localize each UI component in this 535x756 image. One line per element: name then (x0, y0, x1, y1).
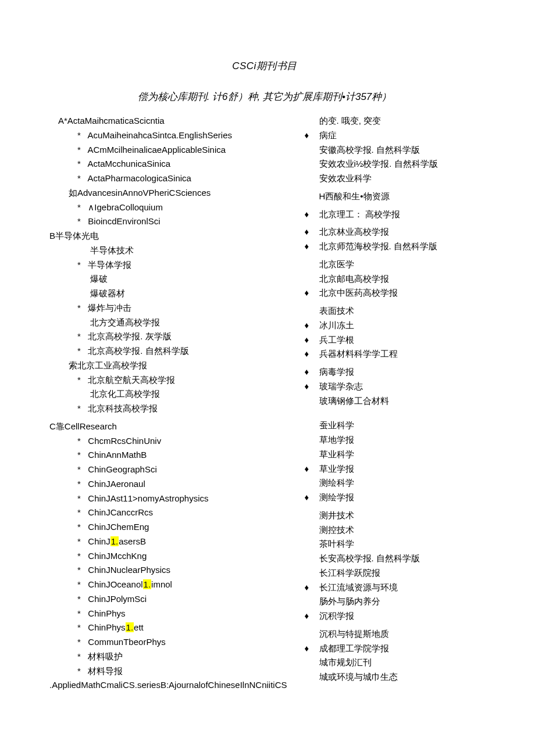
list-item: ♦病症 (305, 128, 480, 143)
list-item: 表面技术 (319, 304, 480, 318)
two-column-layout: A*ActaMaihcmaticaScicntia * AcuMaiheinah… (49, 114, 480, 693)
diamond-icon: ♦ (305, 462, 319, 476)
diamond-icon: ♦ (305, 128, 319, 143)
list-item: * ChinJMcchKng (77, 549, 287, 564)
list-item: 城市规划汇刊 (319, 655, 480, 670)
list-item: 长安高校学报. 自然科学版 (319, 551, 480, 566)
list-item: * ChinJCanccrRcs (77, 506, 287, 520)
list-item: ♦冰川冻土 (305, 318, 480, 333)
section-b-head: B半导体光电 (49, 229, 287, 243)
list-item: * ActaMcchunicaSinica (77, 157, 287, 171)
diamond-icon: ♦ (305, 379, 319, 394)
list-item: ♦北京师范海校学报. 自然科学版 (305, 239, 480, 254)
diamond-icon: ♦ (305, 581, 319, 595)
list-item: * ChinJAst11>nomyAstrophysics (77, 492, 287, 506)
list-item: * ∧IgebraColloquium (77, 200, 287, 215)
list-item: * CommunTbeorPhys (77, 635, 287, 650)
diamond-icon: ♦ (305, 609, 319, 624)
diamond-icon: ♦ (305, 207, 319, 222)
list-item: ♦北京中医药高校学报 (305, 286, 480, 300)
list-item: 北京邮电高校学报 (319, 272, 480, 286)
list-item: 草地学报 (319, 433, 480, 447)
list-item: * ChinJAeronaul (77, 477, 287, 492)
list-item: * ChinJNuclearPhysics (77, 563, 287, 578)
list-item: 安效农业i½校学报. 自然科学版 (319, 157, 480, 171)
list-item: 北京化工高校学报 (90, 387, 287, 402)
list-item: ♦沉积学报 (305, 609, 480, 624)
list-item: ♦玻瑞学杂志 (305, 379, 480, 394)
list-item: * BioincdEnvironlSci (77, 214, 287, 229)
diamond-icon: ♦ (305, 286, 319, 300)
list-item: * 材料吸护 (77, 650, 287, 664)
list-item: * ChinJChemEng (77, 520, 287, 535)
diamond-icon: ♦ (305, 318, 319, 333)
list-item: * 材料导报 (77, 664, 287, 679)
list-item: 测井技术 (319, 508, 480, 523)
diamond-icon: ♦ (305, 365, 319, 379)
list-item: 肠外与肠内养分 (319, 594, 480, 609)
highlight: 1. (110, 536, 119, 546)
list-item: ♦测绘学报 (305, 490, 480, 505)
list-item: 沉积与特提斯地质 (319, 627, 480, 642)
list-item: 玻璃钢修工合材料 (319, 394, 480, 409)
list-item: * ChinPhys1.ett (77, 621, 287, 635)
list-item: * ChcmRcsChinUniv (77, 434, 287, 449)
list-item: 索北京工业高校学报 (69, 359, 287, 373)
list-item: * ACmMcilheinalicaeApplicableSinica (77, 143, 287, 157)
list-item: 爆破 (90, 272, 287, 286)
title-prefix: CSCi (232, 60, 256, 71)
list-item: * 北京科技高校学报 (77, 402, 287, 416)
list-item: 北方交通高校学报 (90, 316, 287, 330)
section-c-head: C靠CellResearch (49, 420, 287, 434)
highlight: 1. (143, 579, 152, 589)
list-item: * 北京航空航天高校学报 (77, 373, 287, 388)
list-item: 测绘科学 (319, 476, 480, 490)
list-item: 爆破器材 (90, 286, 287, 301)
diamond-icon: ♦ (305, 347, 319, 361)
list-item: ♦兵器材料科学学工程 (305, 347, 480, 361)
diamond-icon: ♦ (305, 333, 319, 347)
list-item: H西酸和生•物资源 (319, 189, 480, 204)
list-item: 蚕业科学 (319, 418, 480, 433)
list-item: * ChinAnnMathB (77, 448, 287, 463)
list-item: 茶叶科学 (319, 537, 480, 551)
highlight: 1. (126, 622, 134, 632)
list-item: * ChinJ1.asersB (77, 535, 287, 549)
list-item: ♦兵工学根 (305, 333, 480, 347)
right-column: 的变. 哦变, 突变 ♦病症 安徽高校学报. 自然科学版 安效农业i½校学报. … (305, 114, 480, 693)
list-item: ♦长江流域资源与环境 (305, 581, 480, 595)
list-item: * ChinJPolymSci (77, 592, 287, 607)
list-item: 如AdvancesinAnnoVPheriCSciences (69, 186, 287, 200)
list-item: 安徽高校学报. 自然科学版 (319, 143, 480, 157)
list-item: ♦病毒学报 (305, 365, 480, 379)
section-a-head: A*ActaMaihcmaticaScicntia (58, 114, 287, 128)
list-item: 长江科学跃院报 (319, 566, 480, 581)
list-item: ♦草业学报 (305, 462, 480, 476)
list-item: * 北京高校学报. 自然科学版 (77, 344, 287, 359)
diamond-icon: ♦ (305, 239, 319, 254)
list-item: 草业科学 (319, 447, 480, 462)
page-subtitle: 偿为核心库期刊. 计6舒）种, 其它为扩展库期刊•计357种） (49, 89, 480, 105)
list-item: 北京医学 (319, 257, 480, 272)
list-item: 半导体技术 (90, 243, 287, 258)
list-item: * ChinJOceanol1.imnol (77, 578, 287, 592)
diamond-icon: ♦ (305, 490, 319, 505)
diamond-icon: ♦ (305, 225, 319, 239)
list-item: * AcuMaiheinahcaSintca.EnglishSeries (77, 128, 287, 143)
page-title: CSCi期刊书目 (49, 58, 480, 74)
list-item: * ChinPhys (77, 607, 287, 621)
list-item: * ActaPharmacologicaSinica (77, 171, 287, 186)
list-item: 测控技术 (319, 523, 480, 538)
list-item: ♦北京理工： 高校学报 (305, 207, 480, 222)
list-item: ♦北京林业高校学报 (305, 225, 480, 239)
title-suffix: 期刊书目 (256, 60, 297, 71)
list-item: 城或环境与城巾生态 (319, 670, 480, 685)
list-item: 的变. 哦变, 突变 (319, 114, 480, 128)
list-item: .AppliedMathCmaliCS.seriesB:AjournalofCh… (69, 678, 287, 693)
diamond-icon: ♦ (305, 642, 319, 656)
list-item: ♦成都理工学院学报 (305, 642, 480, 656)
left-column: A*ActaMaihcmaticaScicntia * AcuMaiheinah… (49, 114, 287, 693)
list-item: * 北京高校学报. 灰学版 (77, 329, 287, 344)
list-item: * 爆炸与冲击 (77, 301, 287, 316)
list-item: * 半导体学报 (77, 258, 287, 273)
